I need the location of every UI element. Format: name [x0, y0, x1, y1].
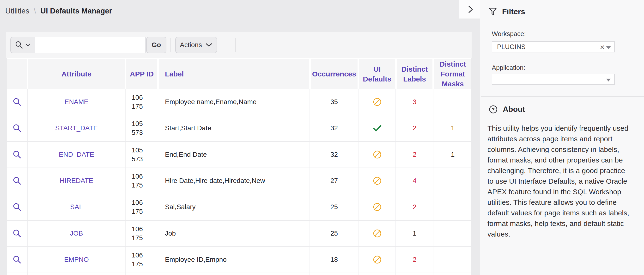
svg-text:?: ?	[492, 107, 495, 112]
